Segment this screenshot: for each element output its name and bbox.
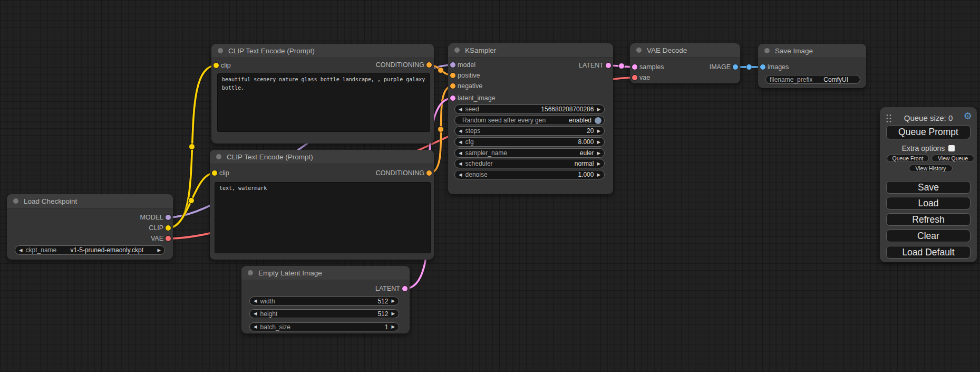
collapse-dot-icon[interactable] bbox=[454, 47, 460, 53]
settings-gear-icon[interactable]: ⚙ bbox=[964, 111, 972, 121]
node-titlebar[interactable]: KSampler bbox=[448, 43, 613, 58]
arrow-left-icon[interactable]: ◀ bbox=[19, 248, 23, 253]
output-slot-image[interactable]: IMAGE bbox=[710, 63, 740, 71]
output-slot-model[interactable]: MODEL bbox=[140, 214, 173, 221]
input-slot-samples[interactable]: samples bbox=[630, 63, 664, 71]
node-vae-decode[interactable]: VAE Decode samples vae IMAGE bbox=[630, 43, 740, 83]
collapse-dot-icon[interactable] bbox=[248, 270, 253, 275]
node-titlebar[interactable]: CLIP Text Encode (Prompt) bbox=[211, 44, 434, 58]
save-button[interactable]: Save bbox=[886, 181, 971, 194]
arrow-left-icon[interactable]: ◀ bbox=[459, 140, 462, 145]
denoise-widget[interactable]: ◀ denoise 1.000 ▶ bbox=[454, 170, 605, 179]
latent-port-icon[interactable] bbox=[606, 63, 611, 68]
load-default-button[interactable]: Load Default bbox=[886, 246, 971, 259]
clip-port-icon[interactable] bbox=[212, 170, 217, 176]
batch-size-widget[interactable]: ◀ batch_size 1 ▶ bbox=[249, 322, 399, 331]
prompt-textarea[interactable]: beautiful scenery nature glass bottle la… bbox=[217, 73, 430, 132]
refresh-button[interactable]: Refresh bbox=[886, 213, 971, 226]
ckpt-name-widget[interactable]: ◀ ckpt_name v1-5-pruned-emaonly.ckpt ▶ bbox=[15, 245, 165, 255]
conditioning-port-icon[interactable] bbox=[450, 83, 455, 89]
width-widget[interactable]: ◀ width 512 ▶ bbox=[249, 297, 399, 306]
collapse-dot-icon[interactable] bbox=[216, 154, 221, 159]
clip-port-icon[interactable] bbox=[214, 63, 219, 68]
node-titlebar[interactable]: Empty Latent Image bbox=[241, 266, 410, 280]
node-graph-canvas[interactable]: Load Checkpoint MODEL CLIP VAE ◀ ckpt_na… bbox=[0, 0, 980, 372]
input-slot-model[interactable]: model bbox=[448, 61, 476, 69]
model-port-icon[interactable] bbox=[450, 62, 455, 68]
arrow-right-icon[interactable]: ▶ bbox=[391, 311, 395, 316]
node-clip-text-encode-1[interactable]: CLIP Text Encode (Prompt) clip CONDITION… bbox=[211, 44, 434, 144]
node-titlebar[interactable]: Load Checkpoint bbox=[7, 194, 173, 208]
arrow-right-icon[interactable]: ▶ bbox=[391, 325, 395, 329]
arrow-right-icon[interactable]: ▶ bbox=[597, 151, 600, 156]
seed-widget[interactable]: ◀ seed 156680208700286 ▶ bbox=[454, 104, 605, 114]
conditioning-port-icon[interactable] bbox=[450, 73, 455, 78]
collapse-dot-icon[interactable] bbox=[764, 48, 770, 53]
queue-front-button[interactable]: Queue Front bbox=[887, 155, 929, 162]
collapse-dot-icon[interactable] bbox=[13, 198, 18, 204]
arrow-right-icon[interactable]: ▶ bbox=[597, 140, 600, 145]
collapse-dot-icon[interactable] bbox=[636, 47, 642, 53]
image-port-icon[interactable] bbox=[733, 64, 738, 70]
input-slot-vae[interactable]: vae bbox=[630, 74, 650, 81]
latent-port-icon[interactable] bbox=[632, 64, 637, 70]
arrow-left-icon[interactable]: ◀ bbox=[459, 161, 462, 166]
conditioning-port-icon[interactable] bbox=[426, 170, 432, 176]
arrow-left-icon[interactable]: ◀ bbox=[254, 311, 257, 316]
node-titlebar[interactable]: VAE Decode bbox=[630, 43, 740, 58]
prompt-textarea[interactable]: text, watermark bbox=[215, 182, 431, 253]
input-slot-positive[interactable]: positive bbox=[448, 72, 480, 79]
queue-prompt-button[interactable]: Queue Prompt bbox=[886, 125, 971, 139]
view-history-button[interactable]: View History bbox=[909, 165, 953, 172]
toggle-dot-icon[interactable] bbox=[595, 117, 601, 124]
input-slot-clip[interactable]: clip bbox=[211, 62, 231, 69]
output-slot-latent[interactable]: LATENT bbox=[375, 285, 410, 292]
arrow-left-icon[interactable]: ◀ bbox=[459, 173, 462, 177]
node-titlebar[interactable]: CLIP Text Encode (Prompt) bbox=[210, 150, 434, 164]
input-slot-images[interactable]: images bbox=[758, 63, 789, 71]
clear-button[interactable]: Clear bbox=[886, 230, 971, 242]
input-slot-clip[interactable]: clip bbox=[210, 169, 229, 177]
vae-port-icon[interactable] bbox=[632, 75, 637, 80]
filename-prefix-widget[interactable]: filename_prefix ComfyUI bbox=[765, 75, 860, 84]
image-port-icon[interactable] bbox=[760, 64, 765, 70]
node-titlebar[interactable]: Save Image bbox=[758, 44, 866, 58]
node-empty-latent-image[interactable]: Empty Latent Image LATENT ◀ width 512 ▶ … bbox=[241, 266, 410, 333]
steps-widget[interactable]: ◀ steps 20 ▶ bbox=[454, 126, 605, 136]
arrow-right-icon[interactable]: ▶ bbox=[157, 248, 161, 253]
latent-port-icon[interactable] bbox=[402, 286, 407, 291]
vae-port-icon[interactable] bbox=[166, 236, 171, 241]
arrow-right-icon[interactable]: ▶ bbox=[597, 107, 600, 112]
arrow-right-icon[interactable]: ▶ bbox=[597, 173, 600, 177]
node-load-checkpoint[interactable]: Load Checkpoint MODEL CLIP VAE ◀ ckpt_na… bbox=[7, 194, 173, 260]
node-ksampler[interactable]: KSampler model positive negative latent_… bbox=[448, 43, 613, 194]
arrow-right-icon[interactable]: ▶ bbox=[597, 129, 600, 133]
arrow-right-icon[interactable]: ▶ bbox=[391, 299, 395, 303]
arrow-right-icon[interactable]: ▶ bbox=[597, 161, 600, 166]
view-queue-button[interactable]: View Queue bbox=[932, 155, 974, 162]
node-save-image[interactable]: Save Image images filename_prefix ComfyU… bbox=[758, 44, 866, 88]
height-widget[interactable]: ◀ height 512 ▶ bbox=[249, 309, 399, 318]
clip-port-icon[interactable] bbox=[166, 225, 171, 231]
arrow-left-icon[interactable]: ◀ bbox=[459, 107, 462, 112]
output-slot-clip[interactable]: CLIP bbox=[149, 224, 173, 232]
output-slot-conditioning[interactable]: CONDITIONING bbox=[376, 61, 434, 69]
load-button[interactable]: Load bbox=[886, 197, 971, 209]
arrow-left-icon[interactable]: ◀ bbox=[459, 129, 462, 133]
output-slot-latent[interactable]: LATENT bbox=[579, 62, 613, 69]
sampler-name-widget[interactable]: ◀ sampler_name euler ▶ bbox=[454, 148, 605, 158]
arrow-left-icon[interactable]: ◀ bbox=[254, 325, 257, 329]
arrow-left-icon[interactable]: ◀ bbox=[254, 299, 257, 303]
collapse-dot-icon[interactable] bbox=[218, 48, 223, 53]
node-clip-text-encode-2[interactable]: CLIP Text Encode (Prompt) clip CONDITION… bbox=[210, 150, 434, 260]
cfg-widget[interactable]: ◀ cfg 8.000 ▶ bbox=[454, 137, 605, 147]
output-slot-vae[interactable]: VAE bbox=[151, 235, 173, 242]
model-port-icon[interactable] bbox=[166, 215, 171, 220]
input-slot-negative[interactable]: negative bbox=[448, 82, 482, 90]
extra-options-checkbox[interactable] bbox=[948, 145, 955, 151]
output-slot-conditioning[interactable]: CONDITIONING bbox=[376, 169, 434, 177]
scheduler-widget[interactable]: ◀ scheduler normal ▶ bbox=[454, 159, 605, 168]
input-slot-latent-image[interactable]: latent_image bbox=[448, 94, 496, 102]
random-seed-toggle-widget[interactable]: Random seed after every gen enabled bbox=[454, 116, 605, 125]
latent-port-icon[interactable] bbox=[450, 96, 455, 101]
